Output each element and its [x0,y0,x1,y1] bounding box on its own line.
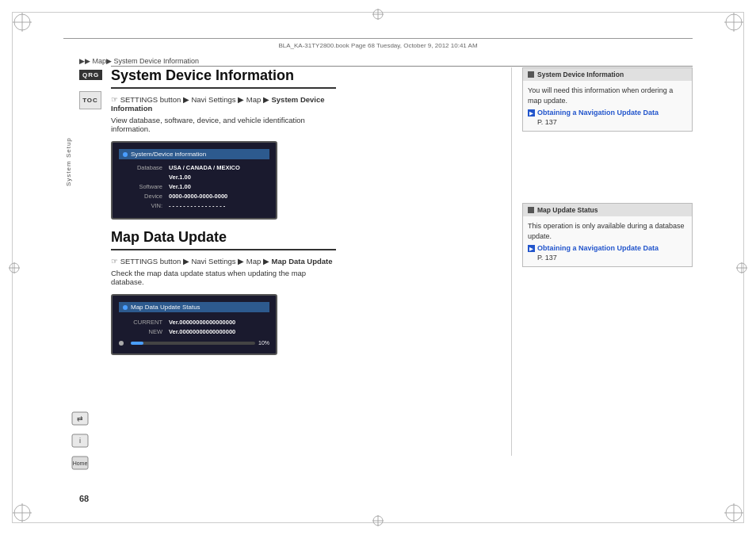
swap-icon: ⇄ [71,411,89,426]
progress-bar-container [131,342,255,345]
screen2-titlebar: Map Data Update Status [119,302,269,312]
section2-description: Check the map data update status when up… [111,269,336,286]
screen1-value-3: 0000-0000-0000-0000 [169,193,269,200]
corner-mark-bl [6,497,38,529]
info-box-2-title: Map Update Status [537,206,598,214]
info-box-2-text: This operation is only available during … [528,221,687,241]
section1-nav-prefix: ☞ SETTINGS button ▶ Navi Settings ▶ Map … [111,95,269,104]
info-box-2-body: This operation is only available during … [523,216,692,266]
section2-nav-prefix: ☞ SETTINGS button ▶ Navi Settings ▶ Map … [111,257,269,266]
info-box-1-icon [528,71,534,78]
icon-swap: ⇄ [70,410,90,427]
screen2-title: Map Data Update Status [131,304,200,311]
screen2-progress-row: 10% [119,340,269,346]
svg-text:i: i [79,437,81,445]
svg-text:⇄: ⇄ [77,415,83,422]
screen1-row-3: Device 0000-0000-0000-0000 [119,193,269,200]
file-info: BLA_KA-31TY2800.book Page 68 Tuesday, Oc… [63,42,693,49]
screen1-value-1: Ver.1.00 [169,174,269,181]
breadcrumb-text: ▶▶ Map▶ System Device Information [79,57,199,65]
info-box-2-link[interactable]: ▶ Obtaining a Navigation Update Data [528,244,687,252]
info-box-2-page: P. 137 [537,254,687,262]
info-box-1-link[interactable]: ▶ Obtaining a Navigation Update Data [528,109,687,117]
link-icon-1: ▶ [528,109,535,117]
screen2-new-row: NEW Ver.00000000000000000 [119,328,269,335]
corner-mark-tr [718,6,750,38]
section2: Map Data Update ☞ SETTINGS button ▶ Navi… [111,229,336,355]
screen1-value-2: Ver.1.00 [169,183,269,190]
info-box-2-header: Map Update Status [523,204,692,216]
section1-title: System Device Information [111,67,336,89]
screen1-row-4: VIN: - - - - - - - - - - - - - - - - [119,202,269,209]
screen1-row-2: Software Ver.1.00 [119,183,269,190]
screen1-table: Database USA / CANADA / MEXICO Ver.1.00 … [119,164,269,209]
qrg-label: QRG [79,70,102,80]
header-bar: BLA_KA-31TY2800.book Page 68 Tuesday, Oc… [63,38,693,49]
screen1-label-4: VIN: [119,202,162,209]
screen1-row-1: Ver.1.00 [119,174,269,181]
progress-bar-fill [131,342,143,345]
info-box-1-link-text: Obtaining a Navigation Update Data [537,109,659,117]
icon-info: i [70,432,90,449]
section1-nav-path: ☞ SETTINGS button ▶ Navi Settings ▶ Map … [111,95,336,113]
info-box-2: Map Update Status This operation is only… [522,203,693,267]
info-box-1-body: You will need this information when orde… [523,81,692,131]
info-box-1-title: System Device Information [537,71,624,78]
top-divider [111,66,693,67]
screen2-progress: CURRENT Ver.00000000000000000 NEW Ver.00… [119,319,269,346]
screen1-title: System/Device information [131,151,206,158]
progress-dot [119,341,124,346]
screen1-dot [123,152,128,157]
toc-label: TOC [79,91,101,109]
breadcrumb: ▶▶ Map▶ System Device Information [79,57,199,65]
page-number: 68 [79,494,89,503]
right-sidebar: System Device Information You will need … [522,67,693,487]
screen2-current-row: CURRENT Ver.00000000000000000 [119,319,269,326]
home-icon: Home [71,456,89,470]
toc-box: TOC [79,91,101,109]
info-box-1: System Device Information You will need … [522,67,693,132]
screen-mockup-2: Map Data Update Status CURRENT Ver.00000… [111,294,277,355]
main-content: System Device Information ☞ SETTINGS but… [111,67,336,487]
corner-mark-br [718,497,750,529]
screen1-label-2: Software [119,183,162,190]
info-box-1-header: System Device Information [523,68,692,81]
screen1-label-0: Database [119,164,162,171]
screen2-current-label: CURRENT [119,319,162,326]
screen2-current-value: Ver.00000000000000000 [169,319,269,326]
info-box-2-icon [528,207,534,213]
section1: System Device Information ☞ SETTINGS but… [111,67,336,220]
screen2-new-value: Ver.00000000000000000 [169,328,269,335]
screen-mockup-1: System/Device information Database USA /… [111,141,277,220]
icon-home: Home [70,454,90,472]
svg-text:Home: Home [73,460,88,466]
edge-mark-left [6,260,22,276]
vertical-separator [511,67,512,456]
screen1-label-1 [119,174,162,181]
section2-nav-path: ☞ SETTINGS button ▶ Navi Settings ▶ Map … [111,257,336,266]
edge-mark-top [370,6,386,22]
screen1-titlebar: System/Device information [119,149,269,159]
info-box-2-link-text: Obtaining a Navigation Update Data [537,244,659,252]
edge-mark-bottom [370,513,386,529]
info-box-1-text: You will need this information when orde… [528,86,687,105]
bottom-icons: ⇄ i Home [70,410,90,472]
link-icon-2: ▶ [528,245,535,252]
screen2-new-label: NEW [119,328,162,335]
info-icon: i [71,434,89,448]
screen1-label-3: Device [119,193,162,200]
section2-title: Map Data Update [111,229,336,250]
section1-description: View database, software, device, and veh… [111,116,336,133]
screen2-dot [123,305,128,310]
edge-mark-right [734,260,750,276]
screen1-row-0: Database USA / CANADA / MEXICO [119,164,269,171]
info-box-1-page: P. 137 [537,118,687,126]
right-spacer [522,139,693,203]
section2-nav-bold: Map Data Update [269,257,333,266]
progress-pct: 10% [258,340,269,346]
corner-mark-tl [6,6,38,38]
system-setup-label: System Setup [65,123,72,186]
screen1-value-0: USA / CANADA / MEXICO [169,164,269,171]
screen1-value-4: - - - - - - - - - - - - - - - - [169,202,269,209]
